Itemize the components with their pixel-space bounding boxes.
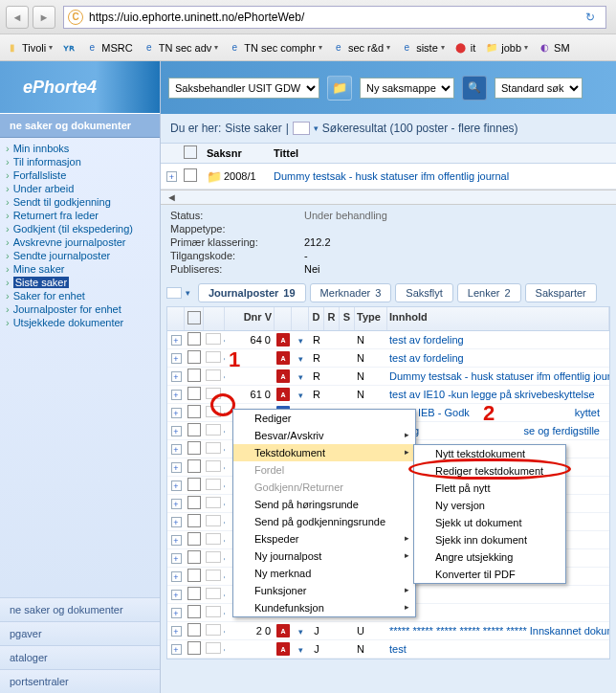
menu-item[interactable]: Tekstdokument	[233, 444, 415, 461]
forward-button[interactable]: ►	[33, 6, 55, 29]
new-case-select[interactable]: Ny saksmappe	[360, 78, 454, 99]
expand-icon[interactable]: +	[171, 590, 182, 600]
select-all-checkbox[interactable]	[184, 145, 197, 159]
envelope-icon[interactable]	[293, 122, 310, 135]
row-checkbox[interactable]	[187, 514, 201, 527]
menu-item[interactable]: Send på høringsrunde	[233, 496, 415, 513]
expand-icon[interactable]: +	[171, 390, 182, 400]
dropdown-icon[interactable]: ▾	[296, 372, 305, 382]
expand-icon[interactable]: +	[171, 517, 182, 527]
tab[interactable]: Lenker2	[457, 283, 521, 302]
bookmark[interactable]: ◐SM	[534, 39, 574, 56]
menu-item[interactable]: Rediger	[233, 410, 415, 427]
tab[interactable]: Saksparter	[525, 283, 597, 302]
envelope-icon[interactable]	[206, 624, 221, 636]
envelope-icon[interactable]	[206, 369, 221, 381]
bookmark[interactable]: eMSRC	[81, 39, 136, 56]
row-content-link[interactable]	[387, 593, 609, 595]
submenu-item[interactable]: Flett på nytt	[414, 480, 565, 497]
case-row[interactable]: + 📁 2008/1 Dummy testsak - husk statuser…	[161, 164, 616, 190]
envelope-icon[interactable]	[206, 333, 221, 345]
bookmark[interactable]: esec r&d▾	[328, 39, 394, 56]
expand-icon[interactable]: +	[171, 444, 182, 455]
expand-icon[interactable]: +	[171, 426, 182, 436]
menu-item[interactable]: Ny journalpost	[233, 548, 415, 565]
row-checkbox[interactable]	[187, 405, 201, 418]
envelope-icon[interactable]	[206, 606, 221, 617]
sidebar-item[interactable]: Journalposter for enhet	[0, 302, 160, 316]
expand-icon[interactable]: +	[171, 481, 182, 491]
sidebar-section[interactable]: pgaver	[0, 621, 160, 645]
case-title-link[interactable]: Dummy testsak - husk statuser ifm offent…	[268, 168, 515, 184]
sidebar-item[interactable]: Returnert fra leder	[0, 209, 160, 222]
row-checkbox[interactable]	[184, 168, 197, 182]
expand-icon[interactable]: +	[171, 535, 182, 546]
row-checkbox[interactable]	[187, 387, 201, 400]
dropdown-icon[interactable]: ▾	[296, 627, 305, 637]
menu-item[interactable]: Ny merknad	[233, 565, 415, 582]
envelope-icon[interactable]	[206, 460, 221, 472]
row-checkbox[interactable]	[187, 369, 201, 382]
row-content-link[interactable]: test av fordeling	[387, 351, 609, 365]
envelope-icon[interactable]	[206, 442, 221, 454]
tab[interactable]: Merknader3	[310, 283, 392, 302]
envelope-icon[interactable]	[206, 588, 221, 599]
refresh-icon[interactable]: ↻	[579, 7, 602, 28]
row-checkbox[interactable]	[187, 641, 201, 655]
sidebar-item[interactable]: Min innboks	[0, 142, 160, 155]
menu-item[interactable]: Send på godkjenningsrunde	[233, 513, 415, 530]
bookmark[interactable]: eTN sec comphr▾	[224, 39, 326, 56]
row-checkbox[interactable]	[187, 605, 201, 618]
bookmark[interactable]: ▮Tivoli▾	[2, 39, 56, 56]
envelope-icon[interactable]	[206, 479, 221, 490]
bookmark[interactable]: ʏʀ	[58, 39, 79, 56]
envelope-icon[interactable]	[206, 642, 221, 654]
row-checkbox[interactable]	[187, 569, 201, 582]
submenu-item[interactable]: Ny versjon	[414, 497, 565, 514]
dropdown-icon[interactable]: ▾	[296, 336, 305, 346]
sidebar-item[interactable]: Til informasjon	[0, 155, 160, 168]
sidebar-section[interactable]: ne saker og dokumenter	[0, 597, 160, 621]
expand-icon[interactable]: +	[171, 644, 182, 655]
sidebar-item[interactable]: Siste saker	[0, 276, 160, 289]
row-checkbox[interactable]	[187, 350, 201, 364]
envelope-icon[interactable]	[206, 497, 221, 508]
sidebar-item[interactable]: Utsjekkede dokumenter	[0, 316, 160, 329]
grid-row[interactable]: +▾A▾JNtest	[167, 640, 609, 659]
sidebar-item[interactable]: Under arbeid	[0, 182, 160, 195]
row-checkbox[interactable]	[187, 623, 201, 637]
submenu-item[interactable]: Konverter til PDF	[414, 566, 565, 583]
sidebar-item[interactable]: Godkjent (til ekspedering)	[0, 222, 160, 235]
horizontal-scrollbar[interactable]: ◄	[161, 190, 616, 205]
expand-icon[interactable]: +	[171, 371, 182, 382]
envelope-icon[interactable]	[206, 551, 221, 563]
sidebar-item[interactable]: Mine saker	[0, 262, 160, 276]
expand-icon[interactable]: +	[171, 626, 182, 637]
row-content-link[interactable]: ***** ***** ***** ***** ***** ***** Inns…	[387, 624, 609, 637]
row-checkbox[interactable]	[187, 478, 201, 491]
back-button[interactable]: ◄	[6, 6, 29, 29]
menu-item[interactable]: Funksjoner	[233, 582, 415, 599]
dropdown-icon[interactable]: ▾	[296, 645, 305, 655]
row-checkbox[interactable]	[187, 332, 201, 346]
expand-icon[interactable]: +	[166, 171, 177, 182]
tab[interactable]: Journalposter19	[198, 283, 306, 302]
search-icon[interactable]: 🔍	[462, 76, 487, 101]
submenu-item[interactable]: Sjekk ut dokument	[414, 514, 565, 531]
grid-row[interactable]: +▾2 0A▾JU***** ***** ***** ***** ***** *…	[167, 622, 609, 640]
sidebar-item[interactable]: Avskrevne journalposter	[0, 235, 160, 249]
row-content-link[interactable]: test av fordeling	[387, 333, 609, 346]
row-checkbox[interactable]	[187, 496, 201, 509]
row-content-link[interactable]: test	[387, 642, 609, 656]
bookmark[interactable]: eTN sec adv▾	[139, 39, 223, 56]
bookmark[interactable]: 📁jobb▾	[481, 39, 532, 56]
grid-select-all[interactable]	[187, 311, 201, 324]
row-content-link[interactable]: - Leggse og ferdigstille	[387, 424, 609, 437]
sidebar-item[interactable]: Sendte journalposter	[0, 249, 160, 262]
search-view-select[interactable]: Standard søk	[495, 78, 583, 99]
row-checkbox[interactable]	[187, 550, 201, 564]
expand-icon[interactable]: +	[171, 571, 182, 582]
envelope-icon[interactable]	[206, 533, 221, 545]
expand-icon[interactable]: +	[171, 353, 182, 364]
envelope-icon[interactable]	[206, 351, 221, 363]
